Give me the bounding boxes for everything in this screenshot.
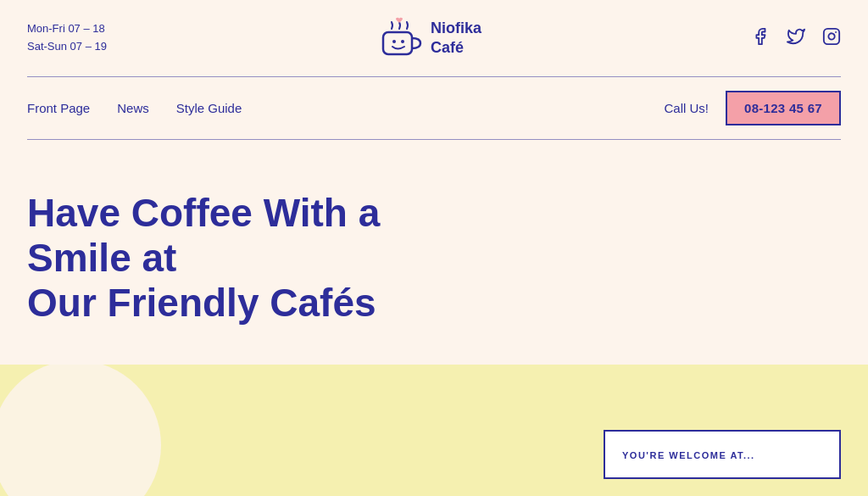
svg-rect-0 (383, 32, 412, 54)
nav-item-styleguide[interactable]: Style Guide (176, 101, 242, 116)
top-divider (27, 76, 841, 77)
svg-point-1 (392, 40, 396, 43)
hours-weekend: Sat-Sun 07 – 19 (27, 38, 107, 56)
logo-icon (376, 15, 422, 61)
welcome-label: YOU'RE WELCOME AT... (622, 450, 755, 460)
facebook-icon[interactable] (751, 27, 770, 50)
hours: Mon-Fri 07 – 18 Sat-Sun 07 – 19 (27, 20, 107, 56)
instagram-icon[interactable] (822, 27, 841, 50)
yellow-section: YOU'RE WELCOME AT... (0, 365, 868, 496)
twitter-icon[interactable] (787, 27, 805, 50)
nav-item-frontpage[interactable]: Front Page (27, 101, 90, 116)
svg-rect-3 (824, 28, 839, 43)
call-us-label: Call Us! (664, 101, 709, 115)
logo-text: Niofika Café (431, 19, 481, 59)
hero-section: Have Coffee With a Smile at Our Friendly… (0, 140, 868, 359)
top-bar: Mon-Fri 07 – 18 Sat-Sun 07 – 19 Niofika … (0, 0, 868, 76)
phone-button[interactable]: 08-123 45 67 (726, 91, 841, 125)
nav-links: Front Page News Style Guide (27, 101, 242, 116)
social-icons (751, 27, 841, 50)
hero-title: Have Coffee With a Smile at Our Friendly… (27, 191, 468, 326)
nav-link-frontpage[interactable]: Front Page (27, 101, 90, 115)
nav-item-news[interactable]: News (117, 101, 149, 116)
nav-right: Call Us! 08-123 45 67 (664, 91, 841, 125)
nav-bar: Front Page News Style Guide Call Us! 08-… (0, 77, 868, 139)
nav-link-styleguide[interactable]: Style Guide (176, 101, 242, 115)
nav-link-news[interactable]: News (117, 101, 149, 115)
svg-point-2 (401, 40, 404, 43)
white-arc-decoration (0, 365, 161, 496)
welcome-card: YOU'RE WELCOME AT... (604, 430, 841, 479)
logo-link[interactable]: Niofika Café (376, 15, 481, 61)
hours-weekday: Mon-Fri 07 – 18 (27, 20, 107, 38)
